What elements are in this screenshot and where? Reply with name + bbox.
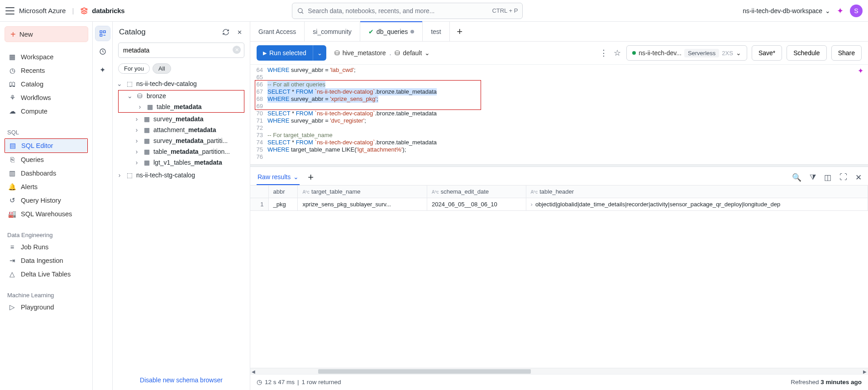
code-line[interactable]: 76: [250, 153, 868, 161]
strip-schema-icon[interactable]: [95, 26, 110, 41]
results-table[interactable]: abbr Aᵇctarget_table_name Aᵇcschema_edit…: [250, 185, 868, 368]
product-brand: databricks: [92, 7, 124, 14]
tree-table[interactable]: ›▦ survey_metadata_partiti...: [115, 135, 247, 146]
schedule-button[interactable]: Schedule: [787, 45, 826, 61]
code-line[interactable]: 65: [250, 74, 868, 81]
clear-search-icon[interactable]: ✕: [233, 46, 241, 54]
code-editor[interactable]: 64WHERE survey_abbr = 'lab_cwd';6566-- F…: [250, 65, 868, 164]
code-line[interactable]: 73-- For target_table_name: [250, 132, 868, 139]
code-line[interactable]: 70SELECT * FROM `ns-ii-tech-dev-catalog`…: [250, 110, 868, 117]
bell-icon: 🔔: [8, 183, 16, 191]
add-results-tab-button[interactable]: +: [308, 171, 314, 183]
code-line[interactable]: 71WHERE survey_abbr = 'dvc_register';: [250, 117, 868, 124]
catalog-search[interactable]: ✕: [118, 43, 244, 58]
save-button[interactable]: Save*: [752, 45, 782, 61]
panel-icon[interactable]: ◫: [824, 173, 831, 182]
col-target: Aᵇctarget_table_name: [298, 185, 427, 198]
table-icon: ▦: [143, 115, 151, 123]
col-abbr: abbr: [268, 185, 298, 198]
run-dropdown-button[interactable]: ⌄: [313, 45, 326, 61]
add-tab-button[interactable]: +: [453, 24, 467, 39]
expand-cell-icon[interactable]: ›: [531, 201, 533, 208]
nav-alerts[interactable]: 🔔Alerts: [5, 180, 88, 194]
table-row[interactable]: 1 _pkg xprize_sens_pkg_sublayer_surv... …: [250, 198, 868, 211]
code-line[interactable]: 69: [250, 103, 868, 110]
database-icon: ⛁: [395, 49, 400, 57]
tree-table[interactable]: ›▦ survey_metadata: [115, 114, 247, 124]
scroll-left-icon[interactable]: ◀: [250, 368, 257, 375]
scroll-right-icon[interactable]: ▶: [862, 368, 868, 375]
ai-sparkle-icon[interactable]: ✦: [858, 67, 863, 75]
tree-table[interactable]: ›▦ lgt_v1_tables_metadata: [115, 157, 247, 168]
nav-query-history[interactable]: ↺Query History: [5, 194, 88, 207]
assistant-icon[interactable]: ✦: [837, 6, 844, 16]
global-search[interactable]: Search data, notebooks, recents, and mor…: [292, 3, 523, 19]
refresh-icon[interactable]: [221, 27, 231, 37]
host-brand: Microsoft Azure: [19, 7, 66, 14]
nav-workflows[interactable]: ⚘Workflows: [5, 91, 88, 105]
tab-si-community[interactable]: si_community: [305, 22, 360, 41]
catalog-title: Catalog: [119, 28, 217, 37]
catalog-search-input[interactable]: [118, 43, 244, 58]
scroll-thumb[interactable]: [318, 369, 531, 374]
nav-catalog[interactable]: 🕮Catalog: [5, 77, 88, 91]
code-line[interactable]: 75WHERE target_table_name LIKE('lgt_atta…: [250, 146, 868, 153]
tree-table[interactable]: ›▦ table_metadata_partition...: [115, 146, 247, 157]
expand-icon[interactable]: ⛶: [839, 173, 847, 182]
nav-queries[interactable]: ⎘Queries: [5, 153, 88, 166]
avatar[interactable]: S: [850, 5, 863, 17]
code-line[interactable]: 67SELECT * FROM `ns-ii-tech-dev-catalog`…: [250, 88, 868, 95]
disable-schema-browser-link[interactable]: Disable new schema browser: [140, 376, 223, 384]
tab-db-queries[interactable]: ✔ db_queries: [360, 22, 423, 41]
code-line[interactable]: 66-- For all other queries: [250, 81, 868, 88]
nav-delta-live[interactable]: △Delta Live Tables: [5, 267, 88, 281]
strip-sparkle-icon[interactable]: ✦: [95, 62, 110, 77]
new-button[interactable]: + New: [5, 26, 88, 42]
pill-all[interactable]: All: [153, 63, 171, 74]
dashboard-icon: ▥: [8, 169, 16, 177]
compute-selector[interactable]: ns-ii-tech-dev... Serverless 2XS ⌄: [626, 45, 747, 61]
code-line[interactable]: 74SELECT * FROM `ns-ii-tech-dev-catalog`…: [250, 139, 868, 146]
run-button[interactable]: ▶Run selected: [257, 45, 313, 61]
database-selector[interactable]: ⛁hive_metastore . ⛁default ⌄: [334, 49, 430, 57]
nav-job-runs[interactable]: ≡Job Runs: [5, 240, 88, 254]
tab-grant-access[interactable]: Grant Access: [250, 22, 305, 41]
close-results-icon[interactable]: ✕: [855, 173, 862, 182]
nav-data-ingestion[interactable]: ⇥Data Ingestion: [5, 254, 88, 267]
nav-compute[interactable]: ☁Compute: [5, 105, 88, 118]
status-bar: ◷ 12 s 47 ms | 1 row returned Refreshed …: [250, 374, 868, 390]
search-shortcut: CTRL + P: [492, 7, 518, 14]
pill-for-you[interactable]: For you: [118, 63, 150, 74]
strip-history-icon[interactable]: [95, 44, 110, 59]
tree-table[interactable]: › ▦ table_metadata: [119, 101, 244, 112]
table-icon: ▦: [143, 147, 151, 156]
chevron-right-icon: ›: [116, 171, 123, 179]
star-icon[interactable]: ☆: [613, 48, 622, 58]
filter-icon[interactable]: ⧩: [810, 173, 816, 182]
status-dot-icon: [632, 51, 636, 55]
nav-workspace[interactable]: ▦Workspace: [5, 50, 88, 64]
more-icon[interactable]: ⋮: [599, 48, 608, 58]
tree-catalog-other[interactable]: › ⬚ ns-ii-tech-stg-catalog: [115, 170, 247, 181]
code-line[interactable]: 68WHERE survey_abbr = 'xprize_sens_pkg';: [250, 95, 868, 103]
tree-catalog-root[interactable]: ⌄ ⬚ ns-ii-tech-dev-catalog: [115, 78, 247, 89]
workspace-selector[interactable]: ns-ii-tech-dev-db-workspace ⌄: [743, 7, 830, 14]
nav-recents[interactable]: ◷Recents: [5, 64, 88, 77]
code-line[interactable]: 64WHERE survey_abbr = 'lab_cwd';: [250, 67, 868, 74]
results-tab-raw[interactable]: Raw results ⌄: [257, 170, 300, 185]
nav-dashboards[interactable]: ▥Dashboards: [5, 166, 88, 180]
close-icon[interactable]: ✕: [234, 27, 244, 37]
nav-sql-warehouses[interactable]: 🏭SQL Warehouses: [5, 207, 88, 221]
tree-table[interactable]: ›▦ attachment_metadata: [115, 124, 247, 135]
nav-sql-editor[interactable]: ▤SQL Editor: [5, 139, 87, 152]
tab-test[interactable]: test: [423, 22, 450, 41]
menu-icon[interactable]: [5, 7, 14, 14]
search-results-icon[interactable]: 🔍: [792, 173, 801, 182]
tree-schema-bronze[interactable]: ⌄ ⛁ bronze: [119, 90, 244, 101]
nav-playground[interactable]: ▷Playground: [5, 300, 88, 314]
left-nav: + New ▦Workspace ◷Recents 🕮Catalog ⚘Work…: [0, 22, 93, 390]
share-button[interactable]: Share: [831, 45, 862, 61]
results-scrollbar[interactable]: ◀ ▶: [250, 368, 868, 374]
code-line[interactable]: 72: [250, 124, 868, 132]
chevron-down-icon: ⌄: [317, 50, 322, 57]
